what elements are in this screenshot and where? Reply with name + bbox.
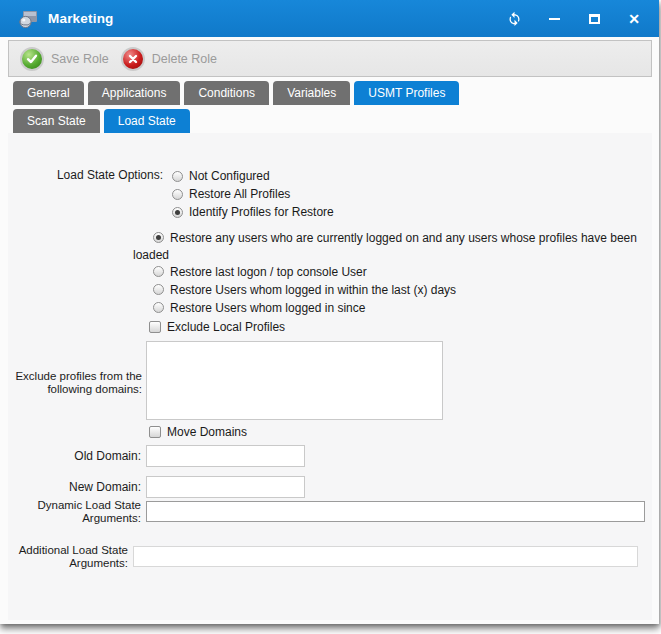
radio-row-identify-profiles: Identify Profiles for Restore bbox=[172, 205, 334, 219]
identify-profiles-label: Identify Profiles for Restore bbox=[189, 205, 334, 219]
restore-logged-on-users-radio[interactable] bbox=[153, 232, 164, 243]
toolbar: Save Role Delete Role bbox=[8, 40, 652, 77]
close-icon[interactable]: ✕ bbox=[625, 10, 643, 28]
maximize-icon[interactable] bbox=[585, 10, 603, 28]
additional-load-state-arguments-input[interactable] bbox=[133, 546, 638, 567]
restore-last-logon-radio[interactable] bbox=[153, 266, 164, 277]
exclude-local-profiles-label: Exclude Local Profiles bbox=[167, 320, 285, 334]
restore-last-x-days-label: Restore Users whom logged in within the … bbox=[170, 283, 456, 297]
tab-general-label: General bbox=[27, 86, 70, 100]
tab-conditions[interactable]: Conditions bbox=[184, 81, 269, 105]
delete-x-icon bbox=[121, 47, 145, 71]
window-title: Marketing bbox=[48, 11, 114, 26]
window-controls: ✕ bbox=[505, 10, 643, 28]
delete-role-button[interactable]: Delete Role bbox=[119, 45, 227, 73]
radio-row-restore-last-logon: Restore last logon / top console User bbox=[133, 264, 650, 281]
radio-row-restore-logged-on: Restore any users who are currently logg… bbox=[133, 230, 650, 264]
tab-applications-label: Applications bbox=[102, 86, 167, 100]
radio-row-restore-all: Restore All Profiles bbox=[172, 187, 290, 201]
tab-scan-state[interactable]: Scan State bbox=[13, 109, 100, 133]
move-domains-checkbox[interactable] bbox=[149, 426, 161, 438]
restore-since-label: Restore Users whom logged in since bbox=[170, 301, 365, 315]
move-domains-label: Move Domains bbox=[167, 425, 247, 439]
save-check-icon bbox=[20, 47, 44, 71]
marketing-window: Marketing ✕ Save Role bbox=[0, 0, 659, 624]
dynamic-load-state-arguments-input[interactable] bbox=[146, 501, 645, 522]
restore-all-profiles-label: Restore All Profiles bbox=[189, 187, 290, 201]
old-domain-label: Old Domain: bbox=[20, 450, 141, 463]
tab-variables-label: Variables bbox=[287, 86, 336, 100]
load-state-panel: Load State Options: Not Configured Resto… bbox=[8, 133, 652, 620]
title-bar: Marketing ✕ bbox=[0, 0, 659, 37]
old-domain-input[interactable] bbox=[146, 445, 305, 467]
tab-scan-state-label: Scan State bbox=[27, 114, 86, 128]
radio-row-not-configured: Not Configured bbox=[172, 169, 270, 183]
tab-variables[interactable]: Variables bbox=[273, 81, 350, 105]
restore-all-profiles-radio[interactable] bbox=[172, 189, 183, 200]
app-icon bbox=[18, 9, 39, 29]
tab-conditions-label: Conditions bbox=[198, 86, 255, 100]
minimize-icon[interactable] bbox=[545, 10, 563, 28]
restore-last-logon-label: Restore last logon / top console User bbox=[170, 265, 367, 279]
move-domains-row: Move Domains bbox=[149, 425, 247, 439]
screen: Marketing ✕ Save Role bbox=[0, 0, 661, 634]
tab-load-state[interactable]: Load State bbox=[104, 109, 190, 133]
main-tab-bar: General Applications Conditions Variable… bbox=[13, 81, 459, 105]
save-role-label: Save Role bbox=[51, 52, 109, 66]
radio-row-restore-since: Restore Users whom logged in since bbox=[133, 300, 650, 317]
restore-last-x-days-radio[interactable] bbox=[153, 284, 164, 295]
tab-general[interactable]: General bbox=[13, 81, 84, 105]
tab-usmt-profiles[interactable]: USMT Profiles bbox=[354, 81, 459, 105]
additional-load-state-arguments-label: Additional Load State Arguments: bbox=[10, 544, 128, 570]
refresh-icon[interactable] bbox=[505, 10, 523, 28]
sub-tab-bar: Scan State Load State bbox=[13, 109, 190, 133]
exclude-domains-label: Exclude profiles from the following doma… bbox=[8, 370, 142, 396]
tab-usmt-profiles-label: USMT Profiles bbox=[368, 86, 445, 100]
not-configured-radio[interactable] bbox=[172, 171, 183, 182]
load-state-options-label: Load State Options: bbox=[20, 169, 163, 182]
delete-role-label: Delete Role bbox=[152, 52, 217, 66]
identify-profiles-radio[interactable] bbox=[172, 207, 183, 218]
tab-load-state-label: Load State bbox=[118, 114, 176, 128]
exclude-local-profiles-row: Exclude Local Profiles bbox=[149, 320, 285, 334]
not-configured-label: Not Configured bbox=[189, 169, 270, 183]
new-domain-input[interactable] bbox=[146, 476, 305, 498]
tab-applications[interactable]: Applications bbox=[88, 81, 181, 105]
save-role-button[interactable]: Save Role bbox=[18, 45, 119, 73]
exclude-domains-textarea[interactable] bbox=[146, 341, 443, 420]
restore-since-radio[interactable] bbox=[153, 302, 164, 313]
new-domain-label: New Domain: bbox=[20, 481, 141, 494]
restore-logged-on-users-label: Restore any users who are currently logg… bbox=[133, 231, 637, 262]
exclude-local-profiles-checkbox[interactable] bbox=[149, 321, 161, 333]
dynamic-load-state-arguments-label: Dynamic Load State Arguments: bbox=[29, 499, 141, 525]
radio-row-restore-last-x-days: Restore Users whom logged in within the … bbox=[133, 282, 650, 299]
